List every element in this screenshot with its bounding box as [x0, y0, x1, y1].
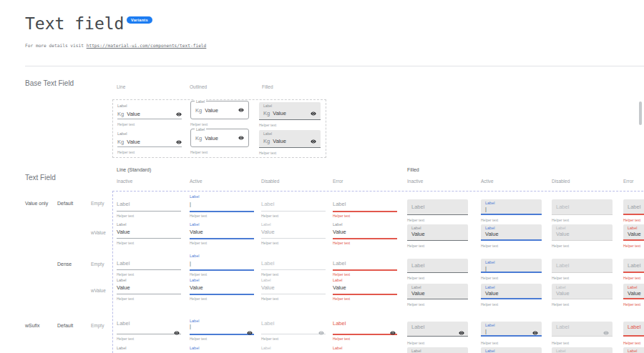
- text-field-line-error-row1[interactable]: LabelHelper text: [333, 194, 397, 221]
- text-field-filled-inactive-row5[interactable]: Label: [407, 322, 468, 337]
- text-field-line-inactive-row6[interactable]: LabelValueHelper text: [117, 346, 181, 353]
- text-field-line-active-row2[interactable]: LabelValueHelper text: [190, 222, 254, 248]
- base-text-field-filled-2[interactable]: Label Kg Value Helper text: [259, 130, 321, 155]
- text-field-filled-active-row6[interactable]: LabelValue: [481, 347, 542, 353]
- base-text-field-line-1[interactable]: Label Kg Value Helper text: [117, 104, 182, 126]
- eye-icon[interactable]: [174, 326, 180, 332]
- eye-icon[interactable]: [238, 107, 244, 113]
- field-underline: [117, 294, 181, 294]
- field-value: Value: [556, 290, 570, 297]
- field-input[interactable]: Kg Value: [117, 137, 182, 147]
- field-label: Label: [411, 324, 424, 330]
- base-text-field-line-2[interactable]: Label Kg Value Helper text: [117, 131, 182, 154]
- text-field-line-active-row5[interactable]: Label|Helper text: [190, 319, 254, 344]
- text-field-line-active-row1[interactable]: Label|Helper text: [190, 194, 254, 221]
- text-field-filled-error-row6[interactable]: LabelValue: [623, 347, 644, 353]
- field-helper: Helper text: [481, 341, 498, 345]
- field-underline: [261, 211, 326, 212]
- field-input[interactable]: Label Kg Value: [259, 102, 321, 120]
- text-field-filled-active-row5[interactable]: Label|: [481, 322, 542, 337]
- field-helper: Helper text: [333, 337, 350, 341]
- text-field-line-error-row5[interactable]: LabelHelper text: [333, 319, 397, 344]
- base-text-field-outlined-1[interactable]: Label Kg Value Helper text: [190, 101, 249, 126]
- text-field-line-inactive-row3[interactable]: LabelHelper text: [117, 254, 181, 279]
- text-field-line-disabled-row5[interactable]: LabelHelper text: [261, 319, 326, 344]
- text-field-line-disabled-row6[interactable]: LabelValueHelper text: [261, 346, 326, 353]
- eye-icon[interactable]: [390, 326, 396, 332]
- field-value: Value: [205, 135, 218, 141]
- text-field-line-active-row3[interactable]: Label|Helper text: [190, 254, 254, 279]
- text-field-filled-inactive-row2[interactable]: LabelValue: [407, 224, 468, 241]
- text-field-line-inactive-row2[interactable]: LabelValueHelper text: [117, 222, 181, 248]
- field-value: Value: [485, 290, 499, 297]
- eye-icon[interactable]: [247, 326, 253, 332]
- text-field-filled-disabled-row4[interactable]: LabelValue: [552, 284, 613, 299]
- text-field-filled-disabled-row5[interactable]: Label: [552, 322, 613, 337]
- text-field-filled-inactive-row6[interactable]: LabelValue: [407, 347, 468, 353]
- text-field-line-inactive-row1[interactable]: LabelHelper text: [117, 194, 181, 221]
- eye-icon[interactable]: [459, 326, 464, 332]
- text-field-filled-error-row1[interactable]: Label: [623, 199, 644, 215]
- eye-icon[interactable]: [311, 139, 316, 144]
- eye-icon[interactable]: [176, 111, 182, 117]
- field-value: Value: [117, 284, 130, 291]
- text-field-filled-disabled-row2[interactable]: LabelValue: [552, 224, 613, 241]
- text-field-line-error-row3[interactable]: LabelHelper text: [333, 254, 397, 279]
- field-helper: Helper text: [623, 341, 640, 345]
- field-value: Value: [190, 284, 203, 291]
- state-header-disabled: Disabled: [552, 179, 570, 184]
- field-input[interactable]: Kg Value: [117, 109, 182, 119]
- scrollbar-thumb[interactable]: [639, 101, 642, 125]
- text-field-filled-active-row2[interactable]: LabelValue: [481, 224, 542, 241]
- field-helper: Helper text: [259, 123, 321, 127]
- text-field-line-active-row4[interactable]: LabelValueHelper text: [190, 278, 254, 304]
- text-field-filled-inactive-row3[interactable]: Label: [407, 259, 468, 273]
- field-label: Label: [485, 349, 494, 353]
- field-label: Label: [261, 278, 270, 282]
- text-field-filled-active-row4[interactable]: LabelValue: [481, 284, 542, 299]
- eye-icon[interactable]: [238, 135, 244, 141]
- text-field-line-error-row2[interactable]: LabelValueHelper text: [333, 222, 397, 248]
- text-field-filled-active-row3[interactable]: Label|: [481, 259, 542, 273]
- field-value: Value: [333, 229, 346, 235]
- text-field-filled-disabled-row1[interactable]: Label: [552, 199, 613, 215]
- field-input[interactable]: Label Kg Value: [259, 130, 321, 148]
- field-input[interactable]: Label Kg Value: [190, 101, 249, 119]
- state-header-error: Error: [333, 179, 343, 184]
- field-prefix: Kg: [263, 110, 270, 116]
- text-field-filled-active-row1[interactable]: Label|: [481, 199, 542, 215]
- field-helper: Helper text: [117, 337, 134, 341]
- eye-icon[interactable]: [176, 139, 182, 145]
- text-field-line-inactive-row5[interactable]: LabelHelper text: [117, 319, 181, 344]
- base-text-field-outlined-2[interactable]: Label Kg Value Helper text: [190, 129, 249, 154]
- field-helper: Helper text: [407, 244, 424, 248]
- text-field-filled-error-row4[interactable]: LabelValue: [623, 284, 644, 299]
- field-underline: [190, 334, 254, 335]
- text-field-filled-disabled-row3[interactable]: Label: [552, 259, 613, 273]
- base-text-field-filled-1[interactable]: Label Kg Value Helper text: [259, 102, 321, 127]
- text-field-line-disabled-row3[interactable]: LabelHelper text: [261, 254, 326, 279]
- text-field-filled-error-row5[interactable]: Label: [623, 322, 644, 337]
- text-field-line-disabled-row2[interactable]: LabelValueHelper text: [261, 222, 326, 248]
- text-field-line-disabled-row4[interactable]: LabelValueHelper text: [261, 278, 326, 304]
- eye-icon[interactable]: [532, 326, 538, 332]
- text-field-filled-inactive-row1[interactable]: Label: [407, 199, 468, 215]
- text-field-line-error-row6[interactable]: LabelValueHelper text: [333, 346, 397, 353]
- eye-icon[interactable]: [603, 326, 609, 332]
- field-label: Label: [556, 204, 569, 210]
- docs-link[interactable]: https://material-ui.com/components/text-…: [87, 43, 207, 48]
- text-field-line-active-row6[interactable]: LabelValueHelper text: [190, 346, 254, 353]
- text-field-filled-error-row3[interactable]: Label: [623, 259, 644, 273]
- text-field-filled-inactive-row4[interactable]: LabelValue: [407, 284, 468, 299]
- eye-icon[interactable]: [311, 111, 316, 116]
- text-field-line-disabled-row1[interactable]: LabelHelper text: [261, 194, 326, 221]
- page-title: Text field: [25, 14, 124, 33]
- text-field-line-error-row4[interactable]: LabelValueHelper text: [333, 278, 397, 304]
- field-input[interactable]: Label Kg Value: [190, 129, 249, 147]
- text-field-filled-disabled-row6[interactable]: LabelValue: [552, 347, 613, 353]
- design-spec-canvas: Text field Variants For more details vis…: [0, 0, 644, 353]
- eye-icon[interactable]: [318, 326, 324, 332]
- column-header-filled: Filled: [262, 84, 273, 89]
- text-field-filled-error-row2[interactable]: LabelValue: [623, 224, 644, 241]
- text-field-line-inactive-row4[interactable]: LabelValueHelper text: [117, 278, 181, 304]
